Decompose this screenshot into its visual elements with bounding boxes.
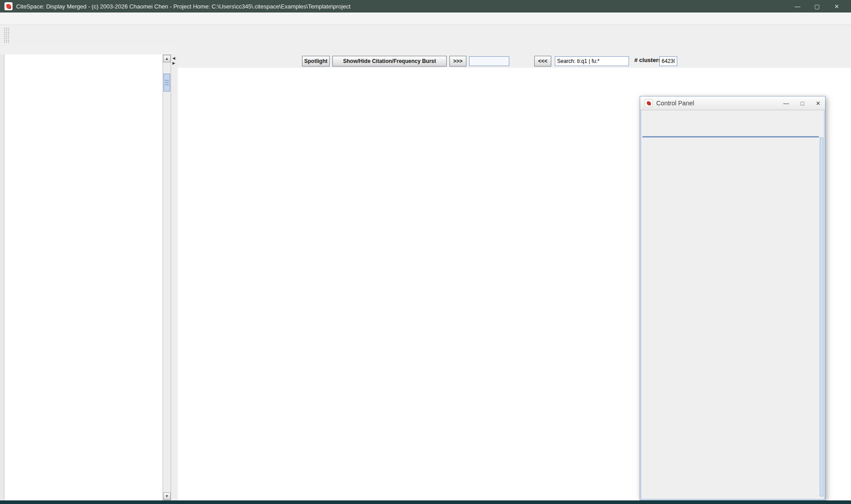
- time-color-scale: [178, 68, 851, 75]
- app-logo-icon: [4, 2, 13, 10]
- toolbar-drag-handle[interactable]: [4, 27, 10, 43]
- control-panel-window: Control Panel — □ ✕: [640, 96, 826, 500]
- toolbar: [0, 25, 851, 46]
- panel-close-button[interactable]: ✕: [816, 100, 821, 107]
- scroll-up-icon[interactable]: ▲: [163, 55, 171, 62]
- control-panel-title-bar: Control Panel — □ ✕: [640, 96, 825, 110]
- minimize-button[interactable]: —: [788, 3, 807, 10]
- split-divider[interactable]: ◀ ▶: [171, 54, 178, 500]
- collapse-right-icon[interactable]: ▶: [172, 61, 175, 65]
- taskbar-sliver: [0, 500, 851, 504]
- panel-minimize-button[interactable]: —: [783, 100, 789, 107]
- collapse-left-icon[interactable]: ◀: [172, 56, 175, 60]
- burst-bar: Spotlight Show/Hide Citation/Frequency B…: [178, 45, 851, 68]
- scroll-down-icon[interactable]: ▼: [163, 492, 171, 500]
- show-hide-burst-button[interactable]: Show/Hide Citation/Frequency Burst: [332, 56, 447, 67]
- forward-button[interactable]: >>>: [449, 56, 466, 67]
- clusters-count-label: # clusters: [634, 57, 662, 63]
- search-input[interactable]: [555, 56, 629, 66]
- scrollbar-thumb[interactable]: [163, 74, 170, 92]
- citespace-window: CiteSpace: Display Merged - (c) 2003-202…: [0, 0, 851, 504]
- cited-references-table: [4, 54, 163, 500]
- panel-scrollbar[interactable]: [820, 137, 823, 496]
- table-header: [4, 54, 163, 66]
- panel-maximize-button[interactable]: □: [801, 100, 804, 107]
- time-color-scale-right: [683, 45, 850, 54]
- burst-value-field[interactable]: [469, 56, 509, 66]
- left-gutter: [0, 54, 4, 500]
- labels-tab-content: [642, 136, 819, 497]
- control-panel-title: Control Panel: [656, 100, 694, 107]
- back-button[interactable]: <<<: [534, 56, 551, 67]
- maximize-button[interactable]: ▢: [807, 3, 827, 10]
- clusters-count-field[interactable]: [659, 56, 677, 66]
- menu-bar: [0, 12, 851, 25]
- window-title: CiteSpace: Display Merged - (c) 2003-202…: [16, 3, 351, 10]
- table-scrollbar[interactable]: ▲ ▼: [163, 54, 171, 500]
- control-panel-logo-icon: [645, 99, 653, 107]
- title-bar: CiteSpace: Display Merged - (c) 2003-202…: [0, 0, 851, 12]
- spotlight-button[interactable]: Spotlight: [302, 56, 330, 67]
- close-button[interactable]: ✕: [827, 3, 847, 10]
